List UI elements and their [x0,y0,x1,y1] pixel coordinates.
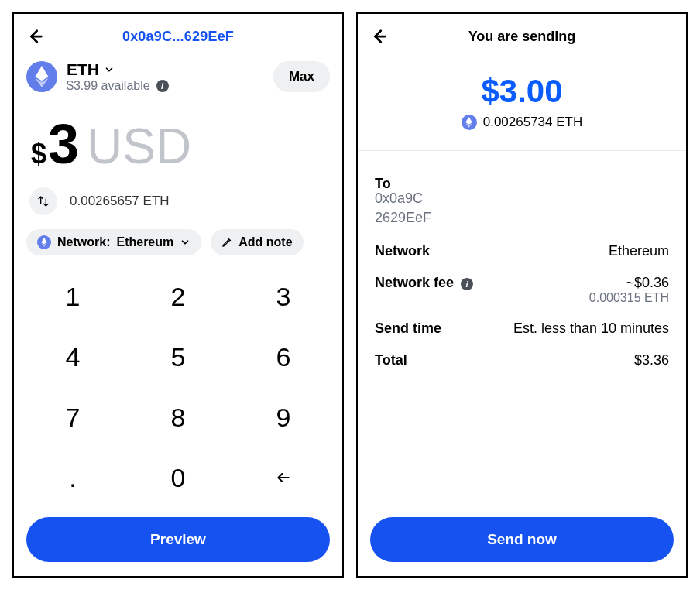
asset-symbol: ETH [67,60,99,79]
page-title: You are sending [358,29,686,45]
summary-amount-value: $3.00 [358,73,686,110]
header: 0x0a9C...629EeF [14,14,342,54]
send-entry-screen: 0x0a9C...629EeF ETH $3.99 available i Ma… [12,12,344,578]
to-address: 0x0a9C 2629EeF [375,189,669,228]
key-0[interactable]: 0 [125,451,231,505]
amount-input: $ 3 USD [14,96,342,181]
chevron-down-icon [180,237,190,248]
summary-amount: $3.00 [358,54,686,115]
to-row: To 0x0a9C 2629EeF [375,168,669,235]
key-1[interactable]: 1 [20,269,125,324]
arrow-left-icon [273,470,294,485]
key-dot[interactable]: . [20,451,125,505]
pencil-icon [221,237,232,248]
key-5[interactable]: 5 [125,330,231,384]
info-icon[interactable]: i [461,278,473,290]
total-row: Total $3.36 [375,344,669,376]
key-9[interactable]: 9 [231,390,336,444]
send-time-value: Est. less than 10 minutes [513,320,669,337]
send-now-button[interactable]: Send now [370,517,674,562]
network-selector[interactable]: Network: Ethereum [26,229,201,255]
divider [358,150,686,151]
network-value: Ethereum [116,235,173,249]
total-label: Total [375,352,407,368]
key-6[interactable]: 6 [231,330,336,384]
network-row: Network Ethereum [375,235,669,267]
converted-amount: 0.00265657 ETH [70,194,170,209]
key-7[interactable]: 7 [20,390,125,444]
asset-selector[interactable]: ETH [67,60,264,79]
fee-sub: 0.000315 ETH [589,291,669,305]
eth-icon [37,235,51,249]
key-4[interactable]: 4 [20,330,125,384]
swap-icon [37,195,50,207]
eth-icon [26,61,57,92]
network-label: Network: [57,235,110,249]
options-row: Network: Ethereum Add note [14,229,342,269]
numeric-keypad: 1 2 3 4 5 6 7 8 9 . 0 [14,269,342,517]
info-icon[interactable]: i [156,80,169,92]
max-button[interactable]: Max [273,61,330,92]
total-value: $3.36 [634,352,669,368]
amount-value: 3 [48,116,79,172]
fee-row: Network fee i ~$0.36 0.000315 ETH [375,267,669,313]
details-section: To 0x0a9C 2629EeF Network Ethereum Netwo… [358,160,686,384]
send-time-row: Send time Est. less than 10 minutes [375,313,669,344]
header: You are sending [358,14,686,54]
key-8[interactable]: 8 [125,390,231,444]
add-note-button[interactable]: Add note [211,229,303,255]
fee-value: ~$0.36 [589,275,669,291]
currency-prefix: $ [31,138,46,170]
eth-icon [462,115,477,130]
preview-button[interactable]: Preview [26,517,330,562]
destination-address[interactable]: 0x0a9C...629EeF [14,29,342,45]
key-3[interactable]: 3 [231,269,336,324]
chevron-down-icon [104,64,115,75]
asset-selector-row: ETH $3.99 available i Max [14,54,342,96]
amount-currency: USD [87,118,191,175]
asset-info: ETH $3.99 available i [67,60,264,93]
available-balance: $3.99 available i [67,79,264,93]
send-confirm-screen: You are sending $3.00 0.00265734 ETH To … [356,12,688,578]
summary-converted: 0.00265734 ETH [358,115,686,150]
fee-label: Network fee i [375,275,473,291]
send-time-label: Send time [375,320,441,337]
swap-currency-button[interactable] [29,187,57,215]
conversion-row: 0.00265657 ETH [14,181,342,229]
key-backspace[interactable] [231,451,336,505]
key-2[interactable]: 2 [125,269,231,324]
network-value: Ethereum [609,243,669,259]
network-label: Network [375,243,430,259]
